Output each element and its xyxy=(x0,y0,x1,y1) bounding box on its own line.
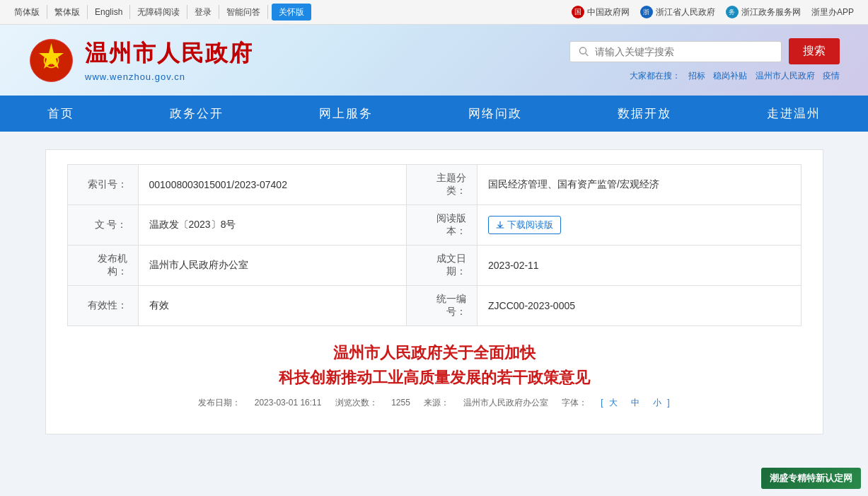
table-row-validity: 有效性： 有效 统一编号： ZJCC00-2023-0005 xyxy=(67,286,801,326)
subject-label: 主题分类： xyxy=(407,165,478,205)
source-label: 来源： xyxy=(424,398,449,408)
topbar-zheli[interactable]: 浙里办APP xyxy=(811,6,854,18)
article-title: 温州市人民政府关于全面加快 科技创新推动工业高质量发展的若干政策意见 xyxy=(67,340,802,390)
site-url: www.wenzhou.gov.cn xyxy=(85,71,253,82)
topbar-jiantiiban[interactable]: 简体版 xyxy=(14,5,47,19)
document-info-table: 索引号： 001008003015001/2023-07402 主题分类： 国民… xyxy=(67,164,802,326)
topbar-fantiiban[interactable]: 繁体版 xyxy=(47,5,88,19)
logo-text: 温州市人民政府 www.wenzhou.gov.cn xyxy=(85,38,253,82)
index-label: 索引号： xyxy=(67,165,138,205)
topbar-zhongguo[interactable]: 国 中国政府网 xyxy=(572,6,630,18)
font-size-controls: [大 中 小] xyxy=(601,398,669,408)
docnum-label: 文 号： xyxy=(67,205,138,246)
topbar-zhineng[interactable]: 智能问答 xyxy=(219,5,268,19)
logo-emblem: 政 xyxy=(28,38,74,83)
views-label: 浏览次数： xyxy=(335,398,378,408)
zj-icon: 浙 xyxy=(640,6,653,18)
popular-wenzhou[interactable]: 温州市人民政府 xyxy=(756,71,815,81)
nav-wenti[interactable]: 网络问政 xyxy=(440,96,550,132)
font-label: 字体： xyxy=(562,398,587,408)
title-line1: 温州市人民政府关于全面加快 xyxy=(333,344,536,362)
top-bar-right: 国 中国政府网 浙 浙江省人民政府 务 浙江政务服务网 浙里办APP xyxy=(572,6,854,18)
publisher-value: 温州市人民政府办公室 xyxy=(138,246,407,286)
main-nav: 首页 政务公开 网上服务 网络问政 数据开放 走进温州 xyxy=(0,96,868,132)
nav-zhengwu[interactable]: 政务公开 xyxy=(141,96,252,132)
topbar-english[interactable]: English xyxy=(88,5,130,19)
subject-value: 国民经济管理、国有资产监管/宏观经济 xyxy=(478,165,801,205)
download-icon xyxy=(496,221,504,229)
zjwu-icon: 务 xyxy=(726,6,739,18)
download-btn-label: 下载阅读版 xyxy=(507,219,553,231)
gov-icon: 国 xyxy=(572,6,584,18)
font-medium-btn[interactable]: 中 xyxy=(631,398,640,408)
popular-zhaobiao[interactable]: 招标 xyxy=(688,71,705,81)
validity-value: 有效 xyxy=(138,286,407,326)
views-value: 1255 xyxy=(391,398,410,408)
search-button[interactable]: 搜索 xyxy=(789,38,840,64)
nav-shuju[interactable]: 数据开放 xyxy=(589,96,700,132)
search-input[interactable] xyxy=(595,46,772,57)
nav-zoujin[interactable]: 走进温州 xyxy=(739,96,849,132)
title-line2: 科技创新推动工业高质量发展的若干政策意见 xyxy=(279,369,590,386)
validity-label: 有效性： xyxy=(67,286,138,326)
topbar-wuzhanai[interactable]: 无障碍阅读 xyxy=(130,5,187,19)
article-meta: 发布日期： 2023-03-01 16:11 浏览次数： 1255 来源： 温州… xyxy=(67,397,802,409)
search-box xyxy=(569,41,782,62)
popular-searches: 大家都在搜： 招标 稳岗补贴 温州市人民政府 疫情 xyxy=(624,70,840,82)
created-date-label: 成文日期： xyxy=(407,246,478,286)
search-icon xyxy=(579,46,589,57)
font-large-btn[interactable]: 大 xyxy=(609,398,618,408)
table-row-publisher: 发布机构： 温州市人民政府办公室 成文日期： 2023-02-11 xyxy=(67,246,801,286)
article-title-area: 温州市人民政府关于全面加快 科技创新推动工业高质量发展的若干政策意见 xyxy=(67,340,802,390)
font-small-btn[interactable]: 小 xyxy=(653,398,661,408)
download-reading-button[interactable]: 下载阅读版 xyxy=(488,216,561,234)
top-bar: 简体版 繁体版 English 无障碍阅读 登录 智能问答 关怀版 国 中国政府… xyxy=(0,0,868,25)
nav-wangshang[interactable]: 网上服务 xyxy=(291,96,401,132)
logo-area: 政 温州市人民政府 www.wenzhou.gov.cn xyxy=(28,38,253,83)
header: 政 温州市人民政府 www.wenzhou.gov.cn 搜索 大家都在搜： 招… xyxy=(0,25,868,96)
publisher-label: 发布机构： xyxy=(67,246,138,286)
docnum-value: 温政发〔2023〕8号 xyxy=(138,205,407,246)
nav-home[interactable]: 首页 xyxy=(19,96,103,132)
table-row-index: 索引号： 001008003015001/2023-07402 主题分类： 国民… xyxy=(67,165,801,205)
topbar-zhejiangwu[interactable]: 务 浙江政务服务网 xyxy=(726,6,801,18)
unified-id-label: 统一编号： xyxy=(407,286,478,326)
content-area: 索引号： 001008003015001/2023-07402 主题分类： 国民… xyxy=(45,149,823,434)
reading-value: 下载阅读版 xyxy=(478,205,801,246)
source-value: 温州市人民政府办公室 xyxy=(463,398,548,408)
svg-point-5 xyxy=(579,47,586,54)
topbar-login[interactable]: 登录 xyxy=(187,5,219,19)
top-bar-left: 简体版 繁体版 English 无障碍阅读 登录 智能问答 关怀版 xyxy=(14,4,572,21)
created-date-value: 2023-02-11 xyxy=(478,246,801,286)
reading-label: 阅读版本： xyxy=(407,205,478,246)
table-row-docnum: 文 号： 温政发〔2023〕8号 阅读版本： 下载阅读版 xyxy=(67,205,801,246)
popular-wengangbutie[interactable]: 稳岗补贴 xyxy=(713,71,747,81)
topbar-guanhuai[interactable]: 关怀版 xyxy=(272,4,311,21)
unified-id-value: ZJCC00-2023-0005 xyxy=(478,286,801,326)
svg-line-6 xyxy=(586,53,589,56)
index-value: 001008003015001/2023-07402 xyxy=(138,165,407,205)
search-wrapper: 搜索 大家都在搜： 招标 稳岗补贴 温州市人民政府 疫情 xyxy=(569,38,840,82)
publish-date-label: 发布日期： xyxy=(198,398,241,408)
popular-yiqing[interactable]: 疫情 xyxy=(823,71,840,81)
svg-text:政: 政 xyxy=(47,58,55,65)
popular-label: 大家都在搜： xyxy=(630,71,681,81)
topbar-zhejiang[interactable]: 浙 浙江省人民政府 xyxy=(640,6,715,18)
site-title: 温州市人民政府 xyxy=(85,38,253,69)
publish-date-value: 2023-03-01 16:11 xyxy=(255,398,322,408)
